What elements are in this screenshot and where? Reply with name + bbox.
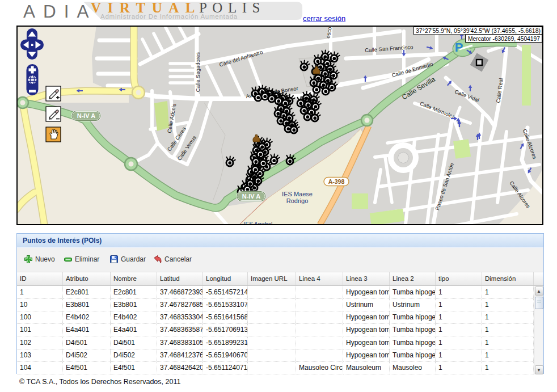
svg-text:IES Maese: IES Maese [282, 191, 313, 197]
svg-text:N-IV A: N-IV A [77, 112, 96, 119]
svg-text:Calle Segadores: Calle Segadores [195, 52, 201, 92]
svg-text:N-IV A: N-IV A [242, 193, 261, 200]
svg-text:IES Arrabal: IES Arrabal [244, 221, 273, 224]
svg-text:P: P [455, 40, 463, 54]
svg-text:Mercator -630269, 4504197: Mercator -630269, 4504197 [468, 35, 540, 42]
svg-text:37°27′55.9″N, 05°39′42.5″W (37: 37°27′55.9″N, 05°39′42.5″W (37.4655, -5.… [416, 27, 541, 34]
svg-text:A-398: A-398 [328, 178, 345, 185]
svg-text:Rodrigo: Rodrigo [286, 197, 309, 204]
